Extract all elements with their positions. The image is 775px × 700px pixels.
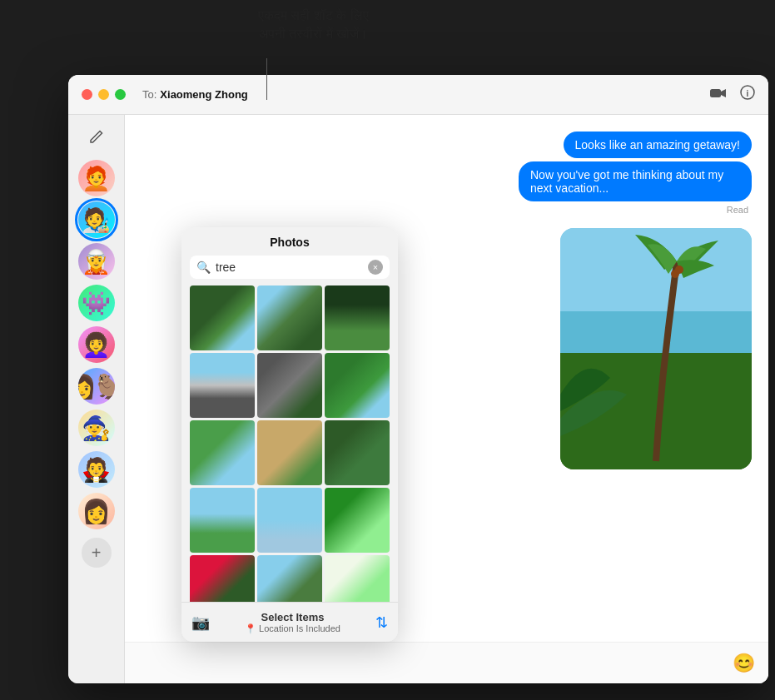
search-icon: 🔍 [196, 261, 211, 274]
title-bar: To: Xiaomeng Zhong i [68, 75, 768, 115]
photo-thumb-7[interactable] [190, 420, 255, 485]
info-icon[interactable]: i [740, 85, 755, 104]
chat-input[interactable] [138, 657, 733, 670]
photo-thumb-10[interactable] [190, 488, 255, 553]
photos-popup: Photos 🔍 × [181, 227, 398, 642]
app-window: To: Xiaomeng Zhong i [68, 75, 768, 683]
svg-point-7 [675, 266, 683, 274]
photos-search-bar: 🔍 × [190, 256, 390, 279]
contact-name: Xiaomeng Zhong [160, 88, 247, 101]
photos-popup-header: Photos [181, 227, 398, 256]
photo-thumb-2[interactable] [257, 285, 322, 350]
title-actions: i [710, 85, 755, 104]
traffic-lights [82, 89, 126, 100]
photos-search-input[interactable] [216, 261, 363, 274]
video-call-icon[interactable] [710, 86, 727, 103]
to-label: To: [142, 88, 156, 101]
sidebar-item-contact-4[interactable]: 👾 [78, 285, 115, 321]
photo-thumb-13[interactable] [190, 555, 255, 602]
sidebar-item-contact-5[interactable]: 👩‍🦱 [78, 326, 115, 363]
minimize-button[interactable] [98, 89, 109, 100]
svg-text:i: i [747, 89, 749, 98]
photo-thumb-4[interactable] [190, 353, 255, 418]
sidebar: 🧑‍🦰 🧑‍🎨 🧝 👾 👩‍🦱 👩‍🦫 🧙 🧛 👩 + [68, 115, 125, 683]
sidebar-item-contact-1[interactable]: 🧑‍🦰 [78, 160, 115, 196]
message-group: Looks like an amazing getaway! Now you'v… [519, 132, 752, 215]
chat-photo-image [560, 228, 752, 469]
sidebar-item-contact-9[interactable]: 👩 [78, 493, 115, 529]
photo-thumb-11[interactable] [257, 488, 322, 553]
add-contact-button[interactable]: + [82, 538, 112, 568]
chat-input-bar: 😊 [125, 642, 768, 683]
photo-thumb-12[interactable] [325, 488, 390, 553]
photos-popup-footer: 📷 Select Items 📍 Location Is Included ⇅ [181, 602, 398, 642]
emoji-button[interactable]: 😊 [733, 653, 755, 674]
maximize-button[interactable] [115, 89, 126, 100]
photos-grid [181, 285, 398, 602]
photo-thumb-5[interactable] [257, 353, 322, 418]
select-items-label: Select Items [216, 611, 369, 623]
tooltip-line [266, 58, 267, 100]
photo-thumb-14[interactable] [257, 555, 322, 602]
photo-thumb-1[interactable] [190, 285, 255, 350]
camera-icon[interactable]: 📷 [191, 613, 210, 632]
chat-photo[interactable] [560, 228, 752, 469]
message-bubble-2: Now you've got me thinking about my next… [519, 161, 752, 201]
search-clear-button[interactable]: × [368, 260, 383, 275]
app-body: 🧑‍🦰 🧑‍🎨 🧝 👾 👩‍🦱 👩‍🦫 🧙 🧛 👩 + Looks l [68, 115, 768, 683]
svg-rect-0 [710, 89, 721, 97]
chat-area: Looks like an amazing getaway! Now you'v… [125, 115, 768, 683]
sidebar-item-contact-7[interactable]: 🧙 [78, 410, 115, 446]
photo-thumb-6[interactable] [325, 353, 390, 418]
read-label: Read [727, 205, 748, 215]
compose-button[interactable] [82, 122, 112, 151]
tooltip-annotation: एकदम सही शॉट के लिए अपनी तस्वीरों में खो… [258, 7, 369, 44]
location-label: 📍 Location Is Included [216, 623, 369, 634]
sidebar-item-contact-3[interactable]: 🧝 [78, 243, 115, 280]
sidebar-item-contact-8[interactable]: 🧛 [78, 451, 115, 488]
photo-thumb-8[interactable] [257, 420, 322, 485]
sort-icon[interactable]: ⇅ [375, 613, 388, 632]
close-button[interactable] [82, 89, 92, 100]
photo-thumb-9[interactable] [325, 420, 390, 485]
photo-thumb-15[interactable] [325, 555, 390, 602]
footer-center: Select Items 📍 Location Is Included [216, 611, 369, 634]
photo-thumb-3[interactable] [325, 285, 390, 350]
message-bubble-1: Looks like an amazing getaway! [564, 132, 752, 158]
sidebar-item-contact-6[interactable]: 👩‍🦫 [78, 368, 115, 405]
sidebar-item-contact-2[interactable]: 🧑‍🎨 [78, 201, 115, 238]
